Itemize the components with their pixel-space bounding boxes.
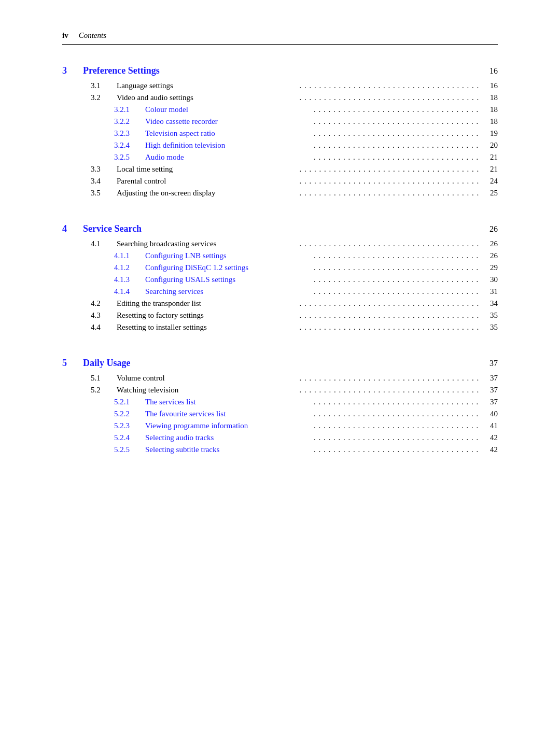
section-page: 37 bbox=[482, 386, 498, 395]
subsection-number: 5.2.5 bbox=[114, 445, 145, 454]
chapter-number: 5 bbox=[62, 358, 83, 369]
subsection-page: 21 bbox=[482, 153, 498, 162]
subsection-title: The services list bbox=[145, 398, 312, 406]
section-number: 4.3 bbox=[91, 311, 117, 320]
subsection-title: Configuring DiSEqC 1.2 settings bbox=[145, 263, 312, 272]
section-row-4.1: 4.1Searching broadcasting services26 bbox=[62, 240, 498, 248]
subsection-row-4.1.4: 4.1.4Searching services31 bbox=[62, 287, 498, 296]
dots bbox=[314, 263, 480, 272]
dots bbox=[314, 421, 480, 430]
dots bbox=[314, 398, 480, 406]
section-number: 5.1 bbox=[91, 374, 117, 383]
dots bbox=[314, 275, 480, 284]
dots bbox=[300, 177, 481, 186]
chapter-row-4: 4Service Search26 bbox=[62, 223, 498, 234]
subsection-page: 30 bbox=[482, 275, 498, 284]
dots bbox=[314, 117, 480, 126]
chapter-5: 5Daily Usage375.1Volume control375.2Watc… bbox=[62, 358, 498, 454]
section-page: 25 bbox=[482, 189, 498, 198]
dots bbox=[300, 81, 481, 90]
section-page: 35 bbox=[482, 311, 498, 320]
section-title: Volume control bbox=[117, 374, 298, 383]
subsection-title: Selecting audio tracks bbox=[145, 433, 312, 442]
subsection-page: 31 bbox=[482, 287, 498, 296]
subsection-number: 3.2.2 bbox=[114, 117, 145, 126]
subsection-title: Television aspect ratio bbox=[145, 129, 312, 138]
subsection-title: High definition television bbox=[145, 141, 312, 150]
section-row-3.5: 3.5Adjusting the on-screen display25 bbox=[62, 189, 498, 198]
subsection-row-5.2.4: 5.2.4Selecting audio tracks42 bbox=[62, 433, 498, 442]
dots bbox=[300, 189, 481, 198]
subsection-row-3.2.3: 3.2.3Television aspect ratio19 bbox=[62, 129, 498, 138]
dots bbox=[314, 433, 480, 442]
section-title: Language settings bbox=[117, 81, 298, 90]
dots bbox=[314, 445, 480, 454]
dots bbox=[300, 323, 481, 332]
subsection-row-4.1.3: 4.1.3Configuring USALS settings30 bbox=[62, 275, 498, 284]
subsection-number: 5.2.3 bbox=[114, 421, 145, 430]
section-page: 34 bbox=[482, 299, 498, 308]
chapter-separator bbox=[62, 213, 498, 223]
header-title: Contents bbox=[79, 31, 106, 40]
section-page: 18 bbox=[482, 93, 498, 102]
dots bbox=[300, 299, 481, 308]
chapter-title: Daily Usage bbox=[83, 358, 477, 369]
subsection-row-4.1.1: 4.1.1Configuring LNB settings26 bbox=[62, 251, 498, 260]
subsection-row-3.2.4: 3.2.4High definition television20 bbox=[62, 141, 498, 150]
chapter-page: 37 bbox=[482, 359, 498, 368]
subsection-title: Video cassette recorder bbox=[145, 117, 312, 126]
subsection-title: Viewing programme information bbox=[145, 421, 312, 430]
subsection-title: Audio mode bbox=[145, 153, 312, 162]
section-row-4.2: 4.2Editing the transponder list34 bbox=[62, 299, 498, 308]
subsection-page: 42 bbox=[482, 433, 498, 442]
subsection-number: 4.1.1 bbox=[114, 251, 145, 260]
section-title: Resetting to installer settings bbox=[117, 323, 298, 332]
section-title: Adjusting the on-screen display bbox=[117, 189, 298, 198]
chapter-page: 26 bbox=[482, 224, 498, 234]
section-row-4.3: 4.3Resetting to factory settings35 bbox=[62, 311, 498, 320]
section-number: 4.1 bbox=[91, 240, 117, 248]
dots bbox=[300, 374, 481, 383]
subsection-number: 5.2.4 bbox=[114, 433, 145, 442]
section-number: 3.4 bbox=[91, 177, 117, 186]
subsection-page: 20 bbox=[482, 141, 498, 150]
subsection-row-5.2.1: 5.2.1The services list37 bbox=[62, 398, 498, 406]
section-number: 3.2 bbox=[91, 93, 117, 102]
chapter-title: Service Search bbox=[83, 223, 477, 234]
section-row-3.3: 3.3Local time setting21 bbox=[62, 165, 498, 174]
subsection-title: Searching services bbox=[145, 287, 312, 296]
section-number: 3.5 bbox=[91, 189, 117, 198]
section-page: 21 bbox=[482, 165, 498, 174]
chapter-title: Preference Settings bbox=[83, 65, 477, 76]
page-number: iv bbox=[62, 31, 68, 40]
subsection-row-4.1.2: 4.1.2Configuring DiSEqC 1.2 settings29 bbox=[62, 263, 498, 272]
section-number: 3.1 bbox=[91, 81, 117, 90]
dots bbox=[314, 129, 480, 138]
subsection-row-5.2.2: 5.2.2The favourite services list40 bbox=[62, 410, 498, 418]
section-number: 4.4 bbox=[91, 323, 117, 332]
section-title: Editing the transponder list bbox=[117, 299, 298, 308]
subsection-row-3.2.5: 3.2.5Audio mode21 bbox=[62, 153, 498, 162]
subsection-number: 4.1.4 bbox=[114, 287, 145, 296]
section-title: Resetting to factory settings bbox=[117, 311, 298, 320]
dots bbox=[314, 105, 480, 114]
section-title: Video and audio settings bbox=[117, 93, 298, 102]
dots bbox=[300, 240, 481, 248]
subsection-number: 5.2.2 bbox=[114, 410, 145, 418]
section-title: Parental control bbox=[117, 177, 298, 186]
chapter-3: 3Preference Settings163.1Language settin… bbox=[62, 65, 498, 198]
subsection-number: 3.2.3 bbox=[114, 129, 145, 138]
section-title: Watching television bbox=[117, 386, 298, 395]
subsection-page: 18 bbox=[482, 105, 498, 114]
chapter-number: 4 bbox=[62, 223, 83, 234]
section-row-3.4: 3.4Parental control24 bbox=[62, 177, 498, 186]
subsection-row-3.2.1: 3.2.1Colour model18 bbox=[62, 105, 498, 114]
table-of-contents: 3Preference Settings163.1Language settin… bbox=[62, 65, 498, 454]
section-row-3.1: 3.1Language settings16 bbox=[62, 81, 498, 90]
dots bbox=[314, 153, 480, 162]
subsection-page: 41 bbox=[482, 421, 498, 430]
dots bbox=[314, 410, 480, 418]
subsection-row-3.2.2: 3.2.2Video cassette recorder18 bbox=[62, 117, 498, 126]
section-number: 4.2 bbox=[91, 299, 117, 308]
section-row-5.1: 5.1Volume control37 bbox=[62, 374, 498, 383]
